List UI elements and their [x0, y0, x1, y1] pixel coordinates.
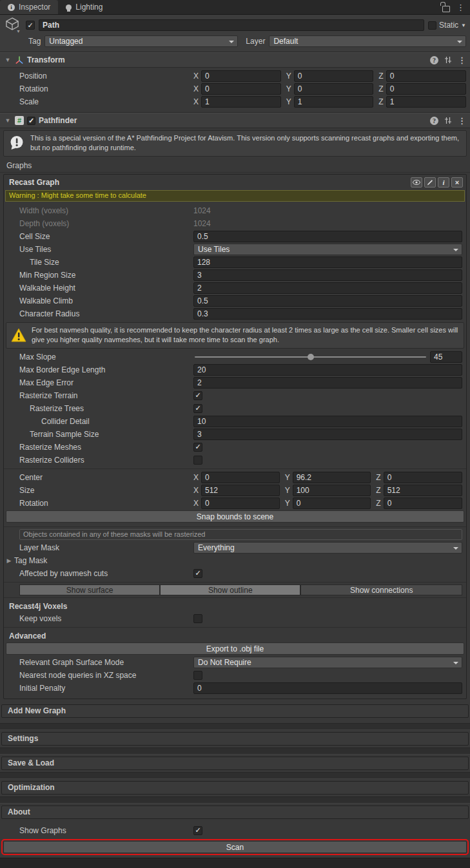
bounds-rotation-z-field[interactable]: 0 — [384, 497, 462, 509]
rotation-z-field[interactable]: 0 — [386, 83, 466, 95]
transform-menu-icon[interactable]: ⋮ — [458, 56, 466, 64]
tag-mask-row[interactable]: ▶ Tag Mask — [4, 554, 466, 567]
center-x-field[interactable]: 0 — [201, 472, 280, 483]
layer-dropdown[interactable]: Default — [269, 35, 466, 47]
max-border-edge-field[interactable]: 20 — [193, 364, 462, 376]
window-menu-icon[interactable]: ⋮ — [456, 3, 465, 12]
show-connections-button[interactable]: Show connections — [300, 584, 462, 595]
scale-x-field[interactable]: 1 — [201, 96, 281, 108]
max-slope-slider[interactable] — [193, 352, 427, 362]
min-region-size-row: Min Region Size 3 — [4, 269, 466, 282]
graph-delete-icon[interactable]: × — [451, 177, 463, 188]
rotation-y-field[interactable]: 0 — [294, 83, 374, 95]
tab-lighting[interactable]: Lighting — [58, 0, 110, 14]
character-radius-field[interactable]: 0.3 — [193, 308, 462, 320]
transform-presets-icon[interactable] — [444, 56, 452, 64]
scale-z-field[interactable]: 1 — [386, 96, 466, 108]
terrain-sample-size-field[interactable]: 3 — [193, 429, 462, 440]
size-y-field[interactable]: 100 — [293, 485, 371, 496]
export-obj-button[interactable]: Export to .obj file — [6, 642, 464, 655]
rasterize-meshes-checkbox[interactable]: ✓ — [193, 443, 202, 452]
show-surface-button[interactable]: Show surface — [19, 584, 160, 595]
graph-info-icon[interactable]: i — [438, 177, 449, 188]
pathfinder-menu-icon[interactable]: ⋮ — [458, 117, 466, 125]
cell-size-field[interactable]: 0.5 — [193, 231, 462, 242]
surface-mode-label: Relevant Graph Surface Mode — [4, 658, 193, 667]
snap-bounds-button[interactable]: Snap bounds to scene — [6, 510, 464, 523]
slider-knob[interactable] — [308, 354, 314, 360]
character-radius-row: Character Radius 0.3 — [4, 307, 466, 320]
max-slope-field[interactable]: 45 — [430, 351, 462, 363]
center-y-field[interactable]: 96.2 — [293, 472, 371, 483]
transform-foldout-icon[interactable]: ▼ — [4, 57, 12, 63]
rasterize-colliders-checkbox[interactable] — [193, 456, 202, 465]
pathfinder-header[interactable]: ▼ # ✓ Pathfinder ? ⋮ — [0, 113, 470, 128]
walkable-climb-field[interactable]: 0.5 — [193, 295, 462, 307]
static-dropdown-caret[interactable]: ▼ — [461, 23, 466, 28]
graph-edit-pencil-icon[interactable] — [424, 177, 436, 188]
pathfinder-title: Pathfinder — [39, 116, 77, 125]
pathfinder-presets-icon[interactable] — [444, 117, 452, 124]
transform-header[interactable]: ▼ Transform ? ⋮ — [0, 52, 470, 68]
position-x-field[interactable]: 0 — [201, 70, 281, 82]
about-section-bar[interactable]: About — [1, 805, 469, 819]
unlock-icon[interactable] — [442, 6, 450, 12]
transform-help-icon[interactable]: ? — [430, 56, 438, 64]
use-tiles-dropdown[interactable]: Use Tiles — [193, 244, 462, 255]
add-new-graph-bar[interactable]: Add New Graph — [1, 704, 469, 718]
settings-section-bar[interactable]: Settings — [1, 732, 469, 746]
pathfinder-enabled-checkbox[interactable]: ✓ — [27, 117, 35, 125]
script-icon: # — [15, 116, 24, 125]
walkable-height-field[interactable]: 2 — [193, 282, 462, 294]
save-load-section-bar[interactable]: Save & Load — [1, 757, 469, 770]
tab-inspector-label: Inspector — [19, 3, 50, 12]
bounds-rotation-x-field[interactable]: 0 — [201, 497, 280, 509]
about-label: About — [8, 807, 30, 816]
show-graphs-checkbox[interactable]: ✓ — [193, 826, 202, 835]
recast-graph-header[interactable]: Recast Graph i × — [4, 175, 466, 190]
graph-info-glyph: i — [442, 178, 444, 186]
divider — [0, 747, 470, 755]
position-z-field[interactable]: 0 — [386, 70, 466, 82]
optimization-section-bar[interactable]: Optimization — [1, 781, 469, 795]
static-checkbox[interactable] — [428, 21, 436, 30]
rotation-x-field[interactable]: 0 — [201, 83, 281, 95]
walkable-height-label: Walkable Height — [4, 284, 193, 293]
gameobject-active-checkbox[interactable]: ✓ — [26, 21, 35, 30]
navmesh-cuts-row: Affected by navmesh cuts ✓ — [4, 567, 466, 580]
tag-mask-foldout-icon[interactable]: ▶ — [4, 557, 14, 564]
tile-size-field[interactable]: 128 — [193, 256, 462, 268]
tag-dropdown[interactable]: Untagged — [44, 35, 238, 47]
gameobject-cube-icon[interactable] — [5, 17, 19, 30]
position-y-field[interactable]: 0 — [294, 70, 374, 82]
center-label: Center — [4, 473, 193, 482]
cell-size-row: Cell Size 0.5 — [4, 230, 466, 243]
collider-detail-field[interactable]: 10 — [193, 416, 462, 427]
show-outline-button[interactable]: Show outline — [160, 584, 300, 595]
keep-voxels-checkbox[interactable] — [193, 614, 202, 623]
max-edge-error-field[interactable]: 2 — [193, 377, 462, 389]
walkable-height-row: Walkable Height 2 — [4, 282, 466, 294]
center-z-field[interactable]: 0 — [384, 472, 462, 483]
graph-visibility-eye-icon[interactable] — [411, 177, 422, 188]
size-z-field[interactable]: 512 — [384, 485, 462, 496]
bounds-rotation-y-field[interactable]: 0 — [293, 497, 371, 509]
surface-mode-dropdown[interactable]: Do Not Require — [193, 657, 462, 668]
xz-queries-checkbox[interactable] — [193, 671, 202, 680]
pathfinder-help-icon[interactable]: ? — [430, 117, 438, 125]
layer-mask-dropdown[interactable]: Everything — [193, 542, 462, 554]
scale-y-field[interactable]: 1 — [294, 96, 374, 108]
gameobject-icon-caret[interactable]: ▼ — [16, 30, 21, 33]
tab-inspector[interactable]: i Inspector — [0, 0, 58, 14]
axis-x-label: X — [193, 72, 199, 81]
size-x-field[interactable]: 512 — [201, 485, 280, 496]
min-region-size-label: Min Region Size — [4, 271, 193, 280]
min-region-size-field[interactable]: 3 — [193, 269, 462, 281]
rasterize-trees-checkbox[interactable]: ✓ — [193, 404, 202, 413]
scan-button[interactable]: Scan — [3, 841, 467, 853]
navmesh-cuts-checkbox[interactable]: ✓ — [193, 569, 202, 578]
rasterize-terrain-checkbox[interactable]: ✓ — [193, 391, 202, 400]
initial-penalty-field[interactable]: 0 — [193, 682, 462, 694]
gameobject-name-input[interactable]: Path — [39, 19, 424, 31]
pathfinder-foldout-icon[interactable]: ▼ — [4, 117, 12, 124]
